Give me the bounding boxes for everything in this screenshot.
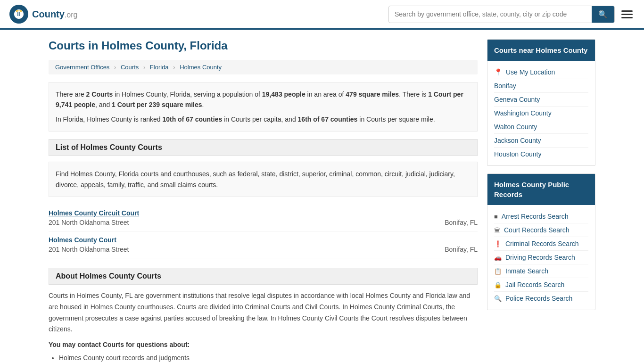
court-icon: 🏛 [494, 227, 500, 234]
sidebar-link-label: Court Records Search [504, 226, 570, 234]
sidebar-link-label: Police Records Search [505, 295, 572, 302]
info-block: There are 2 Courts in Holmes County, Flo… [49, 82, 478, 132]
court-circuit-link[interactable]: Holmes County Circuit Court [49, 209, 139, 217]
content-area: Courts in Holmes County, Florida Governm… [49, 39, 478, 362]
court-entry: Holmes County Circuit Court 201 North Ok… [49, 205, 478, 231]
sidebar-link-jail-records[interactable]: 🔒 Jail Records Search [494, 278, 588, 292]
court-circuit-address: 201 North Oklahoma Street Bonifay, FL [49, 219, 478, 226]
criminal-icon: ❗ [494, 240, 502, 247]
breadcrumb-courts[interactable]: Courts [121, 64, 139, 71]
public-records-body: ■ Arrest Records Search 🏛 Court Records … [487, 205, 595, 310]
sidebar-link-arrest-records[interactable]: ■ Arrest Records Search [494, 210, 588, 223]
public-records-header: Holmes County Public Records [487, 174, 595, 205]
sidebar-link-label: Walton County [494, 123, 537, 131]
sidebar-link-label: Driving Records Search [505, 254, 575, 261]
search-input[interactable] [389, 7, 592, 22]
rank-capita: 10th of 67 counties [162, 115, 222, 123]
menu-line [621, 14, 633, 15]
breadcrumb-sep: › [114, 64, 116, 71]
about-section: About Holmes County Courts Courts in Hol… [49, 268, 478, 362]
court-main-link[interactable]: Holmes County Court [49, 236, 116, 244]
sidebar-link-inmate-search[interactable]: 📋 Inmate Search [494, 264, 588, 278]
nearby-courts-section: Courts near Holmes County 📍 Use My Locat… [487, 39, 595, 166]
sidebar-link-label: Washington County [494, 109, 552, 117]
list-description: Find Holmes County, Florida courts and c… [49, 162, 478, 197]
page-title: Courts in Holmes County, Florida [49, 39, 478, 52]
list-section-header: List of Holmes County Courts [49, 139, 478, 156]
nearby-courts-body: 📍 Use My Location Bonifay Geneva County … [487, 61, 595, 165]
breadcrumb-sep: › [173, 64, 175, 71]
breadcrumb-holmes-county[interactable]: Holmes County [180, 64, 222, 71]
list-description-text: Find Holmes County, Florida courts and c… [56, 169, 471, 190]
logo-icon [9, 5, 28, 24]
sidebar-link-geneva-county[interactable]: Geneva County [494, 93, 588, 107]
bullet-list: Holmes County court records and judgment… [49, 352, 478, 362]
sidebar-link-use-my-location[interactable]: 📍 Use My Location [494, 66, 588, 79]
court-main-address: 201 North Oklahoma Street Bonifay, FL [49, 246, 478, 253]
sidebar-link-label: Use My Location [506, 68, 555, 76]
sidebar: Courts near Holmes County 📍 Use My Locat… [487, 39, 595, 362]
sidebar-link-label: Arrest Records Search [502, 213, 569, 220]
menu-button[interactable] [619, 8, 635, 20]
population: 19,483 people [262, 90, 305, 98]
court-per-mile: 1 Court per 239 square miles [112, 101, 202, 108]
court-entry: Holmes County Court 201 North Oklahoma S… [49, 231, 478, 258]
site-header: County.org 🔍 [0, 0, 644, 30]
sidebar-link-houston-county[interactable]: Houston County [494, 148, 588, 161]
sidebar-link-jackson-county[interactable]: Jackson County [494, 134, 588, 148]
logo-suffix: .org [65, 11, 78, 19]
police-icon: 🔍 [494, 295, 502, 302]
sidebar-link-label: Inmate Search [505, 267, 548, 275]
breadcrumb-sep: › [143, 64, 145, 71]
rank-mile: 16th of 67 counties [298, 115, 358, 123]
inmate-icon: 📋 [494, 268, 502, 275]
public-records-section: Holmes County Public Records ■ Arrest Re… [487, 173, 595, 310]
driving-icon: 🚗 [494, 254, 502, 261]
court-circuit-street: 201 North Oklahoma Street [49, 219, 129, 226]
sidebar-link-criminal-records[interactable]: ❗ Criminal Records Search [494, 237, 588, 251]
sidebar-link-washington-county[interactable]: Washington County [494, 107, 588, 120]
sidebar-link-label: Geneva County [494, 96, 540, 103]
sidebar-link-label: Jackson County [494, 137, 541, 144]
logo-text: County.org [32, 9, 77, 20]
court-main-street: 201 North Oklahoma Street [49, 246, 129, 253]
sidebar-link-walton-county[interactable]: Walton County [494, 120, 588, 134]
sidebar-link-bonifay[interactable]: Bonifay [494, 79, 588, 93]
area: 479 square miles [346, 90, 399, 98]
breadcrumb-florida[interactable]: Florida [150, 64, 169, 71]
about-text: Courts in Holmes County, FL are governme… [49, 290, 478, 335]
info-paragraph-1: There are 2 Courts in Holmes County, Flo… [56, 89, 471, 110]
search-button[interactable]: 🔍 [592, 6, 614, 23]
info-paragraph-2: In Florida, Holmes County is ranked 10th… [56, 114, 471, 124]
list-item: Holmes County court records and judgment… [59, 352, 478, 362]
sidebar-link-label: Houston County [494, 150, 541, 158]
sidebar-link-label: Jail Records Search [505, 281, 564, 288]
court-main-citystate: Bonifay, FL [445, 246, 478, 253]
location-icon: 📍 [494, 68, 502, 76]
sidebar-link-police-records[interactable]: 🔍 Police Records Search [494, 292, 588, 305]
court-circuit-citystate: Bonifay, FL [445, 219, 478, 226]
search-bar: 🔍 [388, 6, 615, 23]
arrest-icon: ■ [494, 213, 498, 220]
sidebar-link-driving-records[interactable]: 🚗 Driving Records Search [494, 251, 588, 264]
sidebar-link-label: Bonifay [494, 82, 516, 90]
jail-icon: 🔒 [494, 281, 502, 288]
sidebar-link-court-records[interactable]: 🏛 Court Records Search [494, 223, 588, 237]
nearby-courts-header: Courts near Holmes County [487, 40, 595, 61]
courts-count: 2 Courts [86, 90, 113, 98]
header-right: 🔍 [388, 6, 635, 23]
breadcrumb: Government Offices › Courts › Florida › … [49, 60, 478, 74]
main-container: Courts in Holmes County, Florida Governm… [39, 30, 605, 362]
search-icon: 🔍 [598, 10, 608, 18]
contact-title: You may contact Courts for questions abo… [49, 341, 478, 348]
logo-area: County.org [9, 5, 77, 24]
about-section-header: About Holmes County Courts [49, 268, 478, 285]
menu-line [621, 10, 633, 12]
breadcrumb-government-offices[interactable]: Government Offices [55, 64, 109, 71]
menu-line [621, 17, 633, 18]
sidebar-link-label: Criminal Records Search [505, 240, 579, 247]
